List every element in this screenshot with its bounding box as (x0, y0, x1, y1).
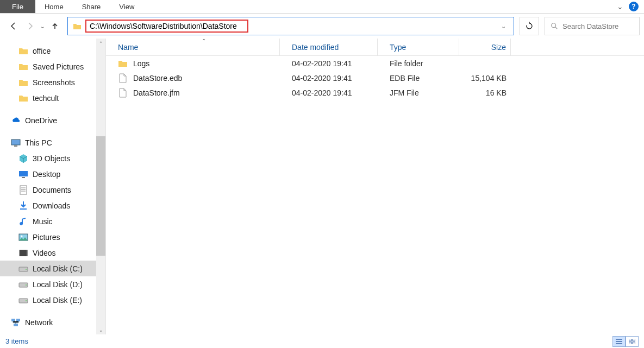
search-box[interactable]: Search DataStore (545, 17, 640, 35)
download-icon (18, 201, 28, 211)
nav-tree: officeSaved PicturesScreenshotstechcultO… (0, 39, 106, 334)
address-highlight (85, 20, 248, 33)
col-name[interactable]: Name (106, 39, 280, 55)
svg-point-0 (552, 23, 556, 28)
svg-rect-4 (22, 177, 25, 178)
tree-label: Desktop (33, 170, 60, 179)
tree-label: OneDrive (25, 116, 57, 125)
tree-thispc-7[interactable]: Local Disk (C:) (0, 261, 105, 276)
svg-rect-5 (20, 186, 27, 194)
col-date[interactable]: Date modified (280, 39, 378, 55)
up-button[interactable] (48, 19, 62, 33)
svg-point-7 (21, 235, 23, 237)
address-input[interactable] (90, 22, 244, 30)
ribbon-tab-home[interactable]: Home (35, 0, 73, 13)
tree-thispc-5[interactable]: Pictures (0, 229, 105, 245)
tree-scrollbar[interactable]: ⌃ ⌄ (96, 39, 105, 334)
tree-label: Network (25, 318, 53, 327)
tree-thispc-3[interactable]: Downloads (0, 198, 105, 213)
network-icon (11, 318, 21, 327)
folder-icon (118, 59, 128, 68)
tree-label: Screenshots (33, 78, 75, 87)
file-date: 04-02-2020 19:41 (280, 59, 378, 68)
file-date: 04-02-2020 19:41 (280, 74, 378, 83)
svg-rect-21 (633, 339, 635, 341)
view-large-icons-button[interactable] (626, 336, 639, 347)
tree-quick-0[interactable]: office (0, 43, 105, 59)
svg-rect-18 (16, 319, 20, 321)
tree-thispc-4[interactable]: Music (0, 213, 105, 229)
back-button[interactable] (7, 19, 21, 33)
tree-label: Local Disk (E:) (33, 296, 82, 305)
tree-quick-2[interactable]: Screenshots (0, 74, 105, 90)
ribbon-expand-icon[interactable]: ⌄ (617, 2, 623, 11)
file-size: 15,104 KB (459, 74, 511, 83)
svg-rect-17 (11, 319, 15, 321)
tree-thispc-1[interactable]: Desktop (0, 166, 105, 182)
tree-label: techcult (33, 94, 59, 103)
svg-rect-22 (629, 342, 632, 344)
view-details-button[interactable] (612, 336, 626, 347)
music-icon (18, 217, 28, 226)
address-folder-icon (71, 20, 83, 32)
svg-rect-3 (19, 171, 28, 176)
ribbon-tab-view[interactable]: View (110, 0, 143, 13)
file-name: DataStore.edb (133, 74, 182, 83)
video-icon (18, 248, 28, 258)
folder-icon (18, 46, 28, 56)
disk-icon (18, 295, 28, 305)
tree-thispc-0[interactable]: 3D Objects (0, 150, 105, 166)
folder-icon (18, 62, 28, 72)
tree-label: Documents (33, 186, 71, 194)
tree-thispc-8[interactable]: Local Disk (D:) (0, 276, 105, 292)
tree-label: Saved Pictures (33, 62, 84, 71)
file-row[interactable]: DataStore.jfm04-02-2020 19:41JFM File16 … (106, 85, 644, 100)
tree-thispc-6[interactable]: Videos (0, 245, 105, 261)
tree-network[interactable]: Network (0, 314, 105, 330)
doc-icon (18, 185, 28, 195)
svg-rect-20 (629, 339, 632, 341)
tree-label: Music (33, 217, 53, 226)
nav-row: ⌄ ⌄ Search DataStore (0, 14, 644, 39)
scroll-thumb[interactable] (96, 136, 105, 256)
file-type: EDB File (378, 74, 459, 83)
ribbon-tab-share[interactable]: Share (73, 0, 110, 13)
tree-thispc-9[interactable]: Local Disk (E:) (0, 292, 105, 308)
svg-rect-9 (19, 250, 20, 256)
tree-label: Local Disk (D:) (33, 280, 83, 289)
status-text: 3 items (5, 337, 28, 345)
tree-onedrive[interactable]: OneDrive (0, 112, 105, 128)
svg-rect-2 (14, 145, 17, 147)
file-type: File folder (378, 59, 459, 68)
file-row[interactable]: Logs04-02-2020 19:41File folder (106, 56, 644, 71)
address-bar[interactable]: ⌄ (67, 17, 514, 35)
ribbon: File Home Share View ⌄ ? (0, 0, 644, 14)
tree-quick-3[interactable]: techcult (0, 90, 105, 106)
search-placeholder: Search DataStore (562, 22, 618, 30)
address-dropdown-icon[interactable]: ⌄ (501, 23, 506, 30)
svg-rect-10 (27, 250, 28, 256)
svg-rect-19 (14, 324, 18, 326)
recent-locations-button[interactable]: ⌄ (39, 23, 46, 29)
forward-button[interactable] (23, 19, 37, 33)
picture-icon (18, 232, 28, 242)
col-type[interactable]: Type (378, 39, 459, 55)
refresh-button[interactable] (520, 17, 539, 35)
col-size[interactable]: Size (459, 39, 511, 55)
file-size: 16 KB (459, 88, 511, 97)
tree-label: Videos (33, 249, 56, 257)
tree-thispc[interactable]: This PC (0, 135, 105, 150)
scroll-up-icon[interactable]: ⌃ (96, 39, 105, 48)
ribbon-tab-file[interactable]: File (0, 0, 35, 13)
tree-label: office (33, 47, 51, 55)
svg-rect-1 (11, 140, 20, 145)
tree-thispc-2[interactable]: Documents (0, 182, 105, 198)
scroll-down-icon[interactable]: ⌄ (96, 325, 105, 334)
help-icon[interactable]: ? (629, 2, 639, 11)
file-row[interactable]: DataStore.edb04-02-2020 19:41EDB File15,… (106, 71, 644, 85)
3d-icon (18, 154, 28, 163)
tree-label: Downloads (33, 201, 70, 210)
folder-icon (18, 78, 28, 87)
tree-quick-1[interactable]: Saved Pictures (0, 59, 105, 74)
svg-rect-23 (633, 342, 635, 344)
